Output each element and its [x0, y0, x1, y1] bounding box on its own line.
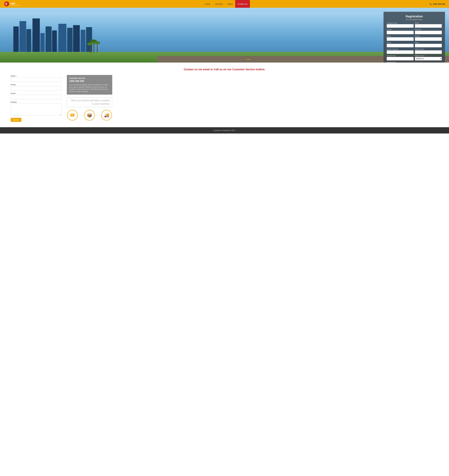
cf-name-group: Name *: [11, 75, 62, 82]
cf-phone-input[interactable]: [11, 86, 62, 91]
nav-about[interactable]: About: [225, 0, 235, 8]
building-6: [45, 27, 51, 53]
cf-phone-label: Phone: [11, 84, 62, 86]
nav-home[interactable]: Home: [202, 0, 213, 8]
header: cynjames TRANSPORT Home Services About C…: [0, 0, 449, 8]
reg-submit-button[interactable]: Submit: [387, 62, 396, 62]
reg-company-group: Company name: [387, 22, 414, 28]
building-10: [73, 25, 80, 53]
building-7: [52, 30, 57, 53]
contact-section: Contact us via email or Call us on our C…: [0, 62, 449, 127]
reg-national-label: National Client: [415, 55, 442, 57]
phone-symbol: ☎: [70, 113, 75, 118]
registration-panel: Registration Fill in the details below. …: [384, 12, 445, 62]
reg-phone-input[interactable]: [387, 44, 414, 47]
palm-1: [90, 44, 91, 55]
building-5: [40, 33, 45, 53]
reg-name-group: Name: [387, 35, 414, 41]
reg-phone-group: Phone: [387, 42, 414, 47]
reg-vehicle-input[interactable]: [415, 50, 442, 54]
reg-email-group: Email: [415, 42, 442, 47]
reg-expense-input[interactable]: [387, 50, 414, 54]
building-9: [67, 28, 73, 53]
cf-name-input[interactable]: [11, 78, 62, 82]
reg-row-2: Suburb Postcode: [387, 29, 442, 34]
cf-enquiry-label: Enquiry: [11, 101, 62, 103]
reg-position-input[interactable]: [415, 37, 442, 41]
road-line: [247, 59, 250, 60]
reg-email-input[interactable]: [415, 44, 442, 47]
reg-row-4: Phone Email: [387, 42, 442, 47]
building-4: [33, 18, 40, 53]
skyline: [0, 12, 449, 62]
reg-street-group: Street: [415, 22, 442, 28]
cf-enquiry-group: Enquiry: [11, 101, 62, 116]
cs-phone: 1300 458 299: [69, 80, 110, 83]
contact-headline: Contact us via email or Call us on our C…: [11, 68, 438, 71]
reg-email-label: Email: [415, 42, 442, 43]
cs-title: Customer Service: [69, 77, 110, 79]
palm-3: [97, 42, 98, 55]
reg-suburb-label: Suburb: [387, 29, 414, 30]
truck-circle-icon: 🚚: [101, 110, 112, 120]
reg-title: Registration: [387, 15, 442, 18]
phone-number: 1300 458 299: [433, 3, 445, 5]
reg-expense-group: Monthly Expense: [387, 48, 414, 54]
buildings-back: [0, 18, 449, 53]
building-1: [13, 27, 19, 53]
reg-street-input[interactable]: [415, 24, 442, 28]
footer: Cynjames Transport © 2017: [0, 127, 449, 134]
building-8: [58, 24, 66, 53]
reg-company-input[interactable]: [387, 24, 414, 28]
logo-sub: TRANSPORT: [11, 5, 23, 6]
cf-email-input[interactable]: [11, 95, 62, 99]
building-3: [26, 29, 31, 53]
reg-suburb-input[interactable]: [387, 31, 414, 34]
reg-jobs-group: Jobs per Day: [387, 55, 414, 60]
cf-email-label: Email *: [11, 92, 62, 94]
logo-text: cynjames TRANSPORT: [11, 2, 23, 6]
reg-expense-label: Monthly Expense: [387, 48, 414, 50]
logo-arrow-icon: [4, 1, 9, 6]
reg-postcode-input[interactable]: [415, 31, 442, 34]
reg-jobs-input[interactable]: [387, 57, 414, 60]
logo-area: cynjames TRANSPORT: [4, 1, 23, 6]
delivery-symbol: 📦: [87, 113, 92, 118]
customer-service-box: Customer Service 1300 458 299 If you nee…: [67, 75, 112, 95]
cs-description: If you need help regarding a specific co…: [69, 84, 110, 92]
reg-name-label: Name: [387, 35, 414, 37]
footer-text: Cynjames Transport © 2017: [214, 129, 235, 131]
logo-brand: cynjames: [11, 2, 23, 5]
hero-section: Registration Fill in the details below. …: [0, 8, 449, 62]
reg-phone-label: Phone: [387, 42, 414, 43]
tailor-text: Talk to us and we will tailor a solution…: [67, 97, 112, 107]
reg-subtitle: Fill in the details below.: [387, 19, 442, 21]
reg-name-input[interactable]: [387, 37, 414, 41]
reg-row-6: Jobs per Day National Client Melbourne S…: [387, 55, 442, 60]
trees: [90, 41, 98, 55]
nav-services[interactable]: Services: [213, 0, 225, 8]
reg-postcode-label: Postcode: [415, 29, 442, 30]
reg-national-group: National Client Melbourne Sydney Brisban…: [415, 55, 442, 60]
reg-row-3: Name Position: [387, 35, 442, 41]
cf-name-label: Name *: [11, 75, 62, 77]
nav-contact[interactable]: Contact Us: [235, 0, 250, 8]
phone-circle-icon: ☎: [67, 110, 78, 120]
contact-form-area: Name * Phone Email * Enquiry Submit: [11, 75, 62, 122]
building-2: [19, 21, 26, 53]
cf-enquiry-textarea[interactable]: [11, 104, 62, 116]
reg-row-5: Monthly Expense Vehicle Types: [387, 48, 442, 54]
reg-national-select[interactable]: Melbourne Sydney Brisbane Perth Adelaide: [415, 57, 442, 60]
cf-submit-button[interactable]: Submit: [11, 118, 21, 122]
reg-position-label: Position: [415, 35, 442, 37]
customer-service-panel-area: Customer Service 1300 458 299 If you nee…: [67, 75, 112, 120]
contact-body: Name * Phone Email * Enquiry Submit Cust…: [11, 75, 438, 122]
reg-vehicle-label: Vehicle Types: [415, 48, 442, 50]
reg-suburb-group: Suburb: [387, 29, 414, 34]
reg-vehicle-group: Vehicle Types: [415, 48, 442, 54]
dashes-2: - - - - -: [96, 114, 100, 117]
main-nav: Home Services About Contact Us: [202, 0, 250, 8]
building-11: [81, 30, 85, 53]
truck-symbol: 🚚: [104, 113, 109, 118]
dashes-1: - - - - -: [79, 114, 83, 117]
